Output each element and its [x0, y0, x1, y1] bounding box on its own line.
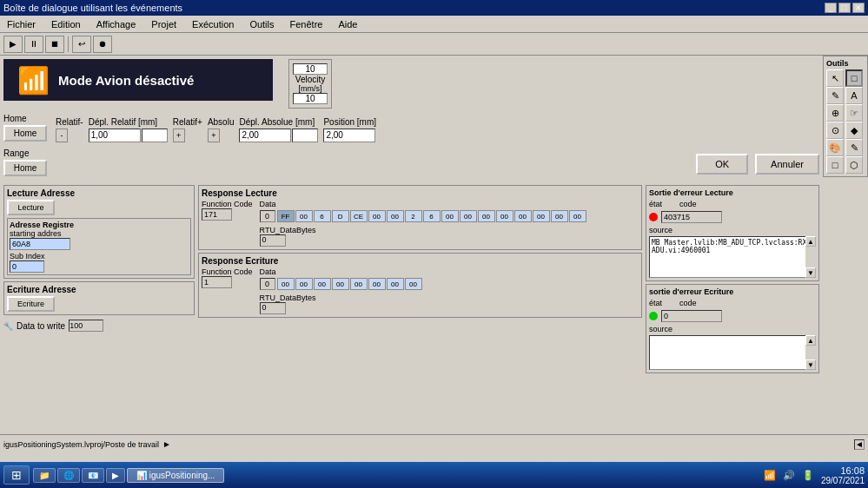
ecriture-etat-label: état: [649, 299, 662, 307]
taskbar-app-1[interactable]: 📁: [33, 468, 56, 483]
undo-button[interactable]: ↩: [72, 36, 91, 53]
error-indicator: [649, 213, 658, 221]
velocity-value[interactable]: 10: [293, 93, 328, 104]
data-to-write-input[interactable]: [69, 320, 103, 332]
deplacement-relatif-group: Dépl. Relatif [mm]: [89, 117, 168, 142]
e-byte-7: 00: [405, 278, 422, 290]
scroll-down-btn[interactable]: ▼: [805, 267, 816, 278]
menu-outils[interactable]: Outils: [246, 17, 277, 31]
arrow-tool[interactable]: ↖: [826, 69, 844, 87]
absolu-spin: +: [208, 129, 235, 142]
starting-address-label: starting addres: [10, 229, 189, 238]
ecriture-data-bytes-row: 00 00 00 00 00 00 00 00: [277, 278, 422, 290]
sub-index-input[interactable]: [10, 260, 44, 273]
start-button[interactable]: ⊞: [3, 465, 30, 485]
menu-edition[interactable]: Edition: [48, 17, 84, 31]
menu-fenetre[interactable]: Fenêtre: [287, 17, 327, 31]
taskbar-app-3[interactable]: 📧: [82, 468, 104, 483]
deplacement-absolu-group: Dépl. Absolue [mm]: [239, 117, 318, 142]
relatif-minus-spin: -: [56, 129, 83, 142]
pencil-tool[interactable]: ✎: [826, 87, 844, 104]
scrollbar-v: ▲ ▼: [805, 236, 816, 278]
range-button[interactable]: Home: [3, 160, 47, 176]
relatif-minus-group: Relatif- -: [56, 117, 83, 142]
tool-row-5: 🎨 ✎: [826, 139, 865, 156]
absolu-btn[interactable]: +: [208, 129, 220, 142]
top-row: 📶 Mode Avion désactivé 10 Velocity [mm/s…: [3, 59, 819, 109]
byte-9: 00: [441, 210, 459, 222]
brush-tool[interactable]: ✎: [845, 139, 863, 156]
rtu-label: RTU_DataBytes: [260, 226, 639, 234]
taskbar-app-active[interactable]: 📊 igusPositioning...: [127, 468, 224, 483]
minimize-button[interactable]: _: [825, 3, 837, 13]
hand-tool[interactable]: ☞: [845, 104, 863, 122]
scroll-up-btn[interactable]: ▲: [805, 236, 816, 247]
sortie-erreur-ecriture-panel: sortie d'erreur Ecriture état code 0 sou…: [646, 284, 819, 373]
byte-5: 00: [368, 210, 386, 222]
ecriture-data-label: Data: [260, 267, 639, 276]
signal-icon: 📶: [17, 65, 50, 96]
menu-execution[interactable]: Exécution: [189, 17, 237, 31]
data-index: 0: [260, 210, 275, 222]
pause-button[interactable]: ⏸: [24, 36, 43, 53]
byte-3: D: [332, 210, 349, 222]
code-label: code: [679, 200, 697, 208]
maximize-button[interactable]: □: [838, 3, 851, 13]
ecriture-data-section: Data 0 00 00 00 00 00 00 0: [260, 267, 639, 314]
relatif-minus-btn[interactable]: -: [56, 129, 68, 142]
menu-projet[interactable]: Projet: [148, 17, 180, 31]
menu-fichier[interactable]: Fichier: [3, 17, 39, 31]
run-button[interactable]: ▶: [3, 36, 23, 53]
ecriture-rtu-value: 0: [260, 302, 286, 314]
deplacement-relatif-input[interactable]: [89, 129, 141, 142]
ecriture-scroll-up-btn[interactable]: ▲: [805, 335, 816, 346]
range-section: Range Home: [3, 148, 47, 176]
byte-0: FF: [277, 210, 295, 222]
relatif-plus-group: Relatif+ +: [173, 117, 202, 142]
source-label: source: [649, 226, 816, 234]
lecture-btn[interactable]: Lecture: [7, 200, 55, 215]
diamond-tool[interactable]: ◆: [845, 122, 863, 139]
byte-16: 00: [569, 210, 586, 222]
crosshair-tool[interactable]: ⊕: [826, 104, 844, 122]
stop-button[interactable]: ⏹: [45, 36, 64, 53]
taskbar-app-4[interactable]: ▶: [106, 468, 125, 483]
ecriture-btn[interactable]: Ecriture: [7, 296, 55, 312]
e-byte-0: 00: [277, 278, 295, 290]
range-label: Range: [3, 148, 47, 158]
ecriture-source-textarea[interactable]: [649, 335, 816, 370]
player-icon: ▶: [112, 471, 119, 480]
menu-affichage[interactable]: Affichage: [93, 17, 140, 31]
ecriture-function-code-section: Function Code 1: [202, 267, 253, 288]
byte-7: 2: [405, 210, 422, 222]
source-textarea[interactable]: MB Master.lvlib:MB_ADU_TCP.lvclass:RX AD…: [649, 236, 816, 278]
select-tool[interactable]: □: [845, 69, 863, 87]
record-button[interactable]: ⏺: [93, 36, 112, 53]
response-lecture-content: Function Code 171 Data 0 FF 00 6: [202, 200, 639, 247]
ecriture-scroll-down-btn[interactable]: ▼: [805, 359, 816, 370]
starting-address-input[interactable]: [10, 238, 70, 250]
circle-tool[interactable]: ⊙: [826, 122, 844, 139]
data-section: Data 0 FF 00 6 D CE 00 00: [260, 200, 639, 247]
tool-row-4: ⊙ ◆: [826, 122, 865, 139]
taskbar-app-2[interactable]: 🌐: [57, 468, 80, 483]
color-tool[interactable]: 🎨: [826, 139, 844, 156]
ecriture-source-container: ▲ ▼: [649, 335, 816, 370]
adresse-registre-title: Adresse Registre: [10, 221, 189, 229]
deplacement-absolu-input[interactable]: [239, 129, 291, 142]
close-button[interactable]: ✕: [852, 3, 865, 13]
hex-tool[interactable]: ⬡: [845, 156, 863, 174]
cancel-button[interactable]: Annuler: [755, 154, 819, 175]
sortie-erreur-lecture-title: Sortie d'erreur Lecture: [649, 188, 816, 197]
relatif-plus-btn[interactable]: +: [173, 129, 185, 142]
ok-button[interactable]: OK: [696, 154, 748, 175]
status-scroll[interactable]: ◄: [854, 439, 865, 450]
position-label: Position [mm]: [323, 117, 376, 127]
byte-6: 00: [387, 210, 404, 222]
menu-aide[interactable]: Aide: [335, 17, 361, 31]
home-button[interactable]: Home: [3, 125, 47, 142]
text-tool[interactable]: A: [845, 87, 863, 104]
relatif-minus-label: Relatif-: [56, 117, 83, 127]
rect-tool[interactable]: □: [826, 156, 844, 174]
position-input[interactable]: [323, 129, 375, 142]
